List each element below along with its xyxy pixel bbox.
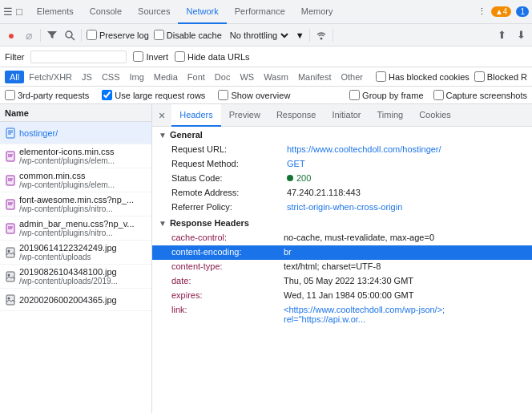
record-button[interactable]: ●: [5, 29, 18, 42]
has-blocked-cookies-input[interactable]: [376, 71, 386, 82]
wifi-icon[interactable]: [315, 29, 328, 42]
has-blocked-cookies-checkbox[interactable]: Has blocked cookies: [376, 71, 470, 82]
disable-cache-checkbox[interactable]: Disable cache: [154, 30, 222, 40]
group-by-frame-input[interactable]: [349, 90, 360, 100]
show-overview-input[interactable]: [218, 90, 228, 100]
file-item-hostinger[interactable]: hostinger/: [0, 122, 151, 144]
disable-cache-label: Disable cache: [167, 30, 222, 40]
svg-rect-3: [6, 128, 14, 138]
expires-row: expires: Wed, 11 Jan 1984 05:00:00 GMT: [152, 289, 532, 303]
disable-cache-input[interactable]: [154, 30, 164, 40]
type-doc[interactable]: Doc: [210, 71, 236, 83]
panel-tab-response[interactable]: Response: [268, 104, 324, 127]
file-sub-img2: /wp-content/uploads/2019...: [19, 277, 118, 285]
blocked-r-checkbox[interactable]: Blocked R: [474, 71, 527, 82]
panel-content: ▼ General Request URL: https://www.coolt…: [152, 127, 532, 413]
clear-button[interactable]: ⌀: [22, 29, 35, 42]
invert-input[interactable]: [133, 51, 143, 62]
hide-data-urls-input[interactable]: [175, 51, 185, 62]
tab-sources[interactable]: Sources: [130, 0, 178, 24]
type-font[interactable]: Font: [183, 71, 210, 83]
type-ws[interactable]: WS: [235, 71, 259, 83]
referrer-policy-row: Referrer Policy: strict-origin-when-cros…: [152, 200, 532, 215]
request-method-name: Request Method:: [171, 159, 284, 168]
show-overview-checkbox[interactable]: Show overview: [218, 90, 290, 100]
dock-icon[interactable]: ☰: [3, 6, 13, 18]
link-name: link:: [171, 305, 284, 314]
group-by-frame-checkbox[interactable]: Group by frame: [349, 90, 423, 100]
file-item-common-min[interactable]: common.min.css /wp-content/plugins/elem.…: [0, 168, 151, 192]
large-rows-checkbox[interactable]: Use large request rows: [102, 90, 205, 100]
general-arrow-icon: ▼: [159, 131, 167, 140]
type-js[interactable]: JS: [77, 71, 97, 83]
file-name-img2: 20190826104348100.jpg: [19, 267, 118, 277]
throttle-select[interactable]: No throttling: [227, 30, 291, 41]
large-rows-input[interactable]: [102, 90, 112, 100]
panel-tab-timing[interactable]: Timing: [369, 104, 412, 127]
file-item-elementor-icons[interactable]: elementor-icons.min.css /wp-content/plug…: [0, 144, 151, 168]
tab-performance[interactable]: Performance: [227, 0, 293, 24]
panel-tab-initiator[interactable]: Initiator: [324, 104, 369, 127]
capture-screenshots-input[interactable]: [433, 90, 444, 100]
tab-network[interactable]: Network: [178, 0, 226, 24]
third-party-checkbox[interactable]: 3rd-party requests: [5, 90, 89, 100]
panel-tab-headers[interactable]: Headers: [171, 104, 221, 127]
third-party-input[interactable]: [5, 90, 15, 100]
remote-address-row: Remote Address: 47.240.21.118:443: [152, 186, 532, 200]
tab-memory[interactable]: Memory: [293, 0, 341, 24]
svg-point-2: [320, 37, 322, 39]
invert-label: Invert: [146, 52, 168, 62]
file-item-img2[interactable]: 20190826104348100.jpg /wp-content/upload…: [0, 265, 151, 289]
content-type-row: content-type: text/html; charset=UTF-8: [152, 260, 532, 274]
response-headers-section-header[interactable]: ▼ Response Headers: [152, 215, 532, 231]
toolbar-right: ⬆ ⬇: [495, 29, 527, 42]
referrer-policy-name: Referrer Policy:: [171, 202, 284, 212]
tab-elements[interactable]: Elements: [29, 0, 82, 24]
import-icon[interactable]: ⬆: [495, 29, 508, 42]
request-url-name: Request URL:: [171, 144, 284, 154]
filter-icon[interactable]: [46, 29, 58, 42]
panel-tab-preview[interactable]: Preview: [221, 104, 268, 127]
type-all[interactable]: All: [5, 71, 24, 83]
toolbar-separator-2: [81, 29, 82, 42]
third-party-label: 3rd-party requests: [18, 91, 89, 100]
blocked-r-input[interactable]: [474, 71, 485, 82]
export-icon[interactable]: ⬇: [514, 29, 527, 42]
date-value: Thu, 05 May 2022 13:24:30 GMT: [284, 276, 413, 285]
tab-console[interactable]: Console: [82, 0, 130, 24]
type-fetch[interactable]: Fetch/XHR: [24, 71, 77, 83]
preserve-log-label: Preserve log: [99, 30, 149, 40]
more-tabs-icon[interactable]: ⋮: [478, 6, 486, 17]
remote-address-value: 47.240.21.118:443: [287, 188, 361, 197]
svg-point-12: [8, 249, 10, 252]
file-name-common-min: common.min.css: [19, 171, 115, 180]
capture-screenshots-checkbox[interactable]: Capture screenshots: [433, 90, 528, 100]
content-type-value: text/html; charset=UTF-8: [284, 261, 381, 271]
request-method-row: Request Method: GET: [152, 157, 532, 172]
file-item-img1[interactable]: 20190614122324249.jpg /wp-content/upload…: [0, 241, 151, 265]
search-icon[interactable]: [63, 29, 76, 42]
filter-input[interactable]: [30, 51, 127, 63]
file-item-font-awesome[interactable]: font-awesome.min.css?np_... /wp-content/…: [0, 192, 151, 217]
preserve-log-checkbox[interactable]: Preserve log: [87, 30, 149, 40]
general-section-header[interactable]: ▼ General: [152, 127, 532, 143]
file-item-img3[interactable]: 20200206002004365.jpg: [0, 289, 151, 311]
hide-data-urls-label: Hide data URLs: [187, 52, 250, 62]
panel-tab-cookies[interactable]: Cookies: [411, 104, 459, 127]
invert-checkbox[interactable]: Invert: [133, 51, 168, 62]
options-right: Group by frame Capture screenshots: [349, 90, 527, 100]
hide-data-urls-checkbox[interactable]: Hide data URLs: [175, 51, 250, 62]
file-item-admin-bar[interactable]: admin_bar_menu.css?np_v... /wp-content/p…: [0, 217, 151, 241]
tab-bar-right: ⋮ ▲4 1: [478, 6, 529, 17]
file-name-hostinger: hostinger/: [19, 128, 58, 138]
type-css[interactable]: CSS: [97, 71, 125, 83]
inspect-icon[interactable]: □: [16, 6, 22, 18]
close-panel-button[interactable]: ×: [155, 109, 168, 122]
preserve-log-input[interactable]: [87, 30, 97, 40]
type-img[interactable]: Img: [125, 71, 149, 83]
type-media[interactable]: Media: [149, 71, 183, 83]
type-manifest[interactable]: Manifest: [293, 71, 337, 83]
toolbar-separator-1: [40, 29, 41, 42]
type-wasm[interactable]: Wasm: [259, 71, 293, 83]
type-other[interactable]: Other: [336, 71, 368, 83]
